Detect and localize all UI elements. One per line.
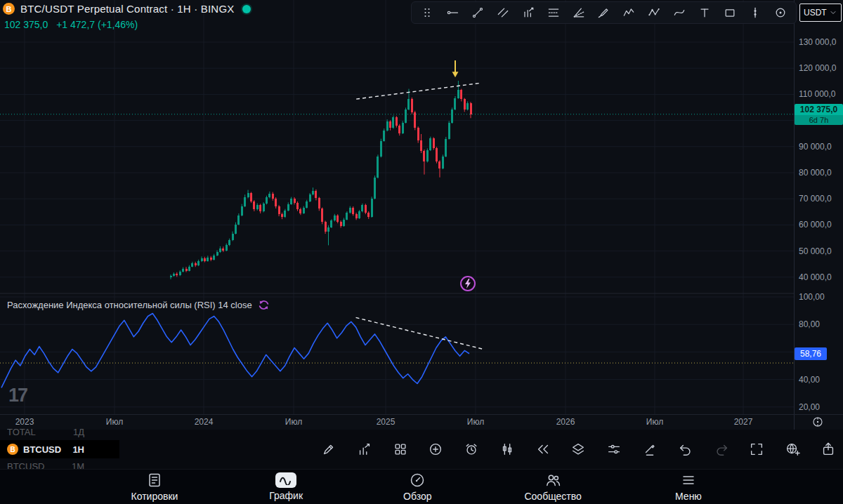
chevron-down-icon [829, 8, 837, 17]
price-change: +1 472,7 (+1,46%) [56, 19, 138, 30]
nav-item-chart[interactable]: График [261, 472, 311, 501]
chart-canvas[interactable] [0, 0, 843, 430]
axis-tick-label: 100,00 [799, 292, 825, 302]
fib-fan-tool-icon[interactable] [570, 4, 587, 21]
sync-refresh-icon[interactable] [258, 299, 270, 311]
publish-globe-icon[interactable] [783, 440, 802, 458]
object-tree-icon[interactable] [569, 440, 587, 458]
flash-signal-icon[interactable] [459, 275, 476, 292]
nav-item-overview[interactable]: Обзор [393, 472, 442, 502]
axis-tick-label: 80,00 [799, 319, 820, 329]
curve-tool-icon[interactable] [671, 4, 688, 21]
price-row: 102 375,0 +1 472,7 (+1,46%) [0, 15, 251, 30]
watch-timeframe: 1Д [73, 427, 112, 437]
menu-hamburger-icon [680, 472, 697, 489]
axis-tick-label: 50 000,0 [799, 246, 832, 256]
badge-price: 102 375,0 [795, 104, 843, 115]
alert-clock-icon[interactable] [462, 440, 481, 458]
axis-tick-label: 80 000,0 [799, 168, 832, 178]
time-tick-label: 2025 [377, 417, 396, 427]
badge-countdown: 6d 7h [795, 115, 843, 125]
symbol-title[interactable]: BTC/USDT Perpetual Contract · 1H · BINGX [20, 3, 234, 15]
share-icon[interactable] [819, 440, 837, 458]
bottom-panel: TOTAL 1Д B BTCUSD 1H BTCUSD 1M [0, 430, 843, 469]
nav-label: График [269, 490, 303, 501]
axis-tick-label: 90 000,0 [799, 142, 832, 152]
trendline-tool-icon[interactable] [469, 4, 486, 21]
undo-icon[interactable] [677, 440, 695, 458]
xabcd-pattern-tool-icon[interactable] [646, 4, 662, 21]
nav-item-menu[interactable]: Меню [664, 472, 713, 502]
settings-sliders-icon[interactable] [605, 440, 623, 458]
nav-label: Меню [675, 491, 702, 502]
nav-label: Сообщество [524, 491, 581, 502]
watch-symbol: TOTAL [7, 427, 36, 437]
btc-logo-icon: B [3, 3, 15, 15]
nav-label: Котировки [131, 491, 178, 502]
tradingview-watermark: 17 [8, 385, 27, 406]
fib-retracement-tool-icon[interactable] [545, 4, 562, 21]
add-circle-icon[interactable] [426, 440, 445, 458]
currency-label: USDT [804, 8, 827, 18]
chart-type-icon[interactable] [498, 440, 516, 458]
overview-compass-icon [409, 472, 426, 489]
quotes-icon [146, 472, 163, 489]
axis-tick-label: 40,00 [799, 375, 820, 385]
rsi-indicator-header[interactable]: Расхождение Индекса относительной силы (… [7, 299, 270, 311]
axis-tick-label: 70 000,0 [799, 194, 832, 204]
time-tick-label: Июл [646, 417, 663, 427]
rsi-indicator-title: Расхождение Индекса относительной силы (… [7, 300, 252, 310]
axis-tick-label: 120 000,0 [799, 63, 836, 73]
indicators-icon[interactable] [355, 440, 374, 458]
last-price: 102 375,0 [4, 19, 48, 30]
scale-settings-icon[interactable] [811, 415, 825, 429]
parallel-channel-tool-icon[interactable] [495, 4, 511, 21]
price-axis[interactable]: 130 000,0120 000,0110 000,0100 000,090 0… [794, 0, 843, 430]
watch-symbol: BTCUSD [23, 444, 61, 455]
marker-tool-icon[interactable] [320, 440, 338, 458]
axis-tick-label: 40 000,0 [799, 272, 832, 282]
text-tool-icon[interactable] [696, 4, 713, 21]
time-tick-label: Июл [467, 417, 484, 427]
brush-tool-icon[interactable] [595, 4, 612, 21]
rsi-value-badge: 58,76 [795, 347, 827, 360]
slider-dots-tool-icon[interactable] [747, 4, 764, 21]
layout-grid-icon[interactable] [391, 440, 410, 458]
horizontal-ray-tool-icon[interactable] [444, 4, 461, 21]
elliott-wave-tool-icon[interactable] [620, 4, 637, 21]
bottom-navigation: Котировки График Обзор Сообщество Меню [0, 469, 843, 504]
list-item[interactable]: TOTAL 1Д [0, 424, 119, 440]
axis-tick-label: 110 000,0 [799, 89, 836, 99]
axis-tick-label: 130 000,0 [799, 37, 836, 47]
drag-handle-icon[interactable] [419, 4, 436, 21]
currency-selector[interactable]: USDT [799, 4, 842, 22]
nav-item-community[interactable]: Сообщество [524, 472, 581, 502]
chart-toolbar [320, 430, 837, 469]
list-item-active[interactable]: B BTCUSD 1H [0, 440, 119, 458]
chart-active-icon [275, 472, 296, 488]
community-people-icon [544, 472, 561, 489]
last-price-badge: 102 375,0 6d 7h [795, 104, 843, 125]
symbol-switcher: TOTAL 1Д B BTCUSD 1H BTCUSD 1M [0, 424, 119, 475]
rectangle-tool-icon[interactable] [721, 4, 738, 21]
trading-app: B BTC/USDT Perpetual Contract · 1H · BIN… [0, 0, 843, 504]
redo-icon[interactable] [712, 440, 731, 458]
watch-timeframe: 1H [72, 444, 112, 455]
market-status-dot-icon [242, 5, 251, 13]
target-tool-icon[interactable] [772, 4, 789, 21]
btc-coin-icon: B [7, 444, 18, 455]
time-tick-label: 2027 [734, 417, 753, 427]
axis-tick-label: 60 000,0 [799, 220, 832, 230]
replay-icon[interactable] [534, 440, 552, 458]
symbol-header: B BTC/USDT Perpetual Contract · 1H · BIN… [0, 3, 251, 30]
time-tick-label: Июл [285, 417, 302, 427]
nav-label: Обзор [403, 491, 431, 502]
time-tick-label: 2024 [195, 417, 214, 427]
forecast-tool-icon[interactable] [520, 4, 537, 21]
drawing-toolbar [411, 1, 797, 24]
fullscreen-icon[interactable] [747, 440, 766, 458]
time-tick-label: 2026 [556, 417, 575, 427]
axis-tick-label: 20,00 [799, 402, 820, 412]
stylus-icon[interactable] [641, 440, 659, 458]
nav-item-quotes[interactable]: Котировки [130, 472, 179, 502]
